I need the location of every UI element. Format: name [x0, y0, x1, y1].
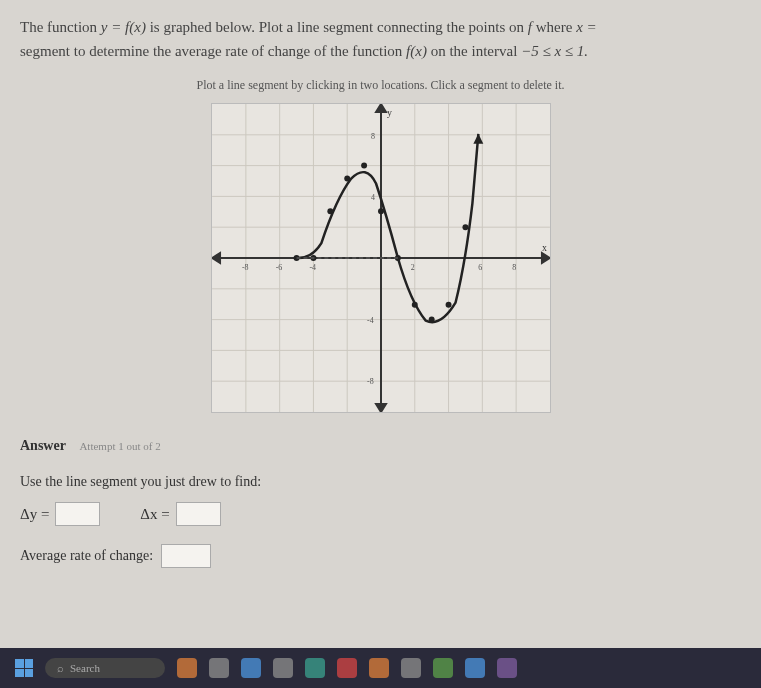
- x-axis-label: x: [541, 242, 546, 253]
- svg-text:8: 8: [512, 263, 516, 272]
- question-text: The function y = f(x) is graphed below. …: [20, 15, 741, 63]
- delta-x-group: Δx =: [140, 502, 220, 526]
- taskbar-app-icon[interactable]: [273, 658, 293, 678]
- taskbar-app-icon[interactable]: [241, 658, 261, 678]
- svg-point-34: [327, 208, 333, 214]
- svg-text:-8: -8: [367, 377, 374, 386]
- taskbar-app-icon[interactable]: [209, 658, 229, 678]
- svg-point-42: [462, 224, 468, 230]
- q-eq-3: f(x): [406, 43, 427, 59]
- find-instruction: Use the line segment you just drew to fi…: [20, 474, 741, 490]
- svg-text:-4: -4: [367, 316, 374, 325]
- delta-y-label: Δy =: [20, 506, 49, 523]
- svg-marker-18: [541, 253, 549, 263]
- q-eq-2: x =: [576, 19, 597, 35]
- taskbar-app-icon[interactable]: [497, 658, 517, 678]
- delta-x-label: Δx =: [140, 506, 169, 523]
- taskbar-app-icon[interactable]: [465, 658, 485, 678]
- taskbar-app-icon[interactable]: [177, 658, 197, 678]
- svg-marker-21: [376, 404, 386, 412]
- delta-y-input[interactable]: [55, 502, 100, 526]
- svg-point-39: [411, 302, 417, 308]
- svg-text:-4: -4: [309, 263, 316, 272]
- windows-taskbar[interactable]: ⌕ Search: [0, 648, 761, 688]
- svg-text:4: 4: [371, 193, 375, 202]
- svg-point-36: [361, 163, 367, 169]
- svg-text:2: 2: [410, 263, 414, 272]
- answer-label: Answer: [20, 438, 66, 453]
- q-text-5: on the interval: [431, 43, 521, 59]
- function-graph[interactable]: x y -8-6 -42 68 84 -4-8: [212, 104, 550, 412]
- plot-instruction: Plot a line segment by clicking in two l…: [20, 78, 741, 93]
- graph-canvas[interactable]: x y -8-6 -42 68 84 -4-8: [211, 103, 551, 413]
- delta-x-input[interactable]: [176, 502, 221, 526]
- q-eq-4: −5 ≤ x ≤ 1.: [521, 43, 588, 59]
- taskbar-search[interactable]: ⌕ Search: [45, 658, 165, 678]
- delta-y-group: Δy =: [20, 502, 100, 526]
- q-fvar: f: [528, 19, 532, 35]
- average-rate-input[interactable]: [161, 544, 211, 568]
- q-text-3: where: [536, 19, 576, 35]
- q-text-1: The function: [20, 19, 101, 35]
- q-eq-1: y = f(x): [101, 19, 146, 35]
- search-icon: ⌕: [57, 662, 64, 674]
- svg-text:-6: -6: [275, 263, 282, 272]
- search-placeholder: Search: [70, 662, 100, 674]
- answer-section: Answer Attempt 1 out of 2: [20, 438, 741, 454]
- y-axis-label: y: [386, 107, 391, 118]
- svg-marker-20: [376, 104, 386, 112]
- delta-inputs-row: Δy = Δx =: [20, 502, 741, 526]
- q-text-4: segment to determine the average rate of…: [20, 43, 406, 59]
- function-curve: [296, 134, 478, 322]
- svg-text:6: 6: [478, 263, 482, 272]
- average-rate-label: Average rate of change:: [20, 548, 153, 564]
- average-rate-row: Average rate of change:: [20, 544, 741, 568]
- taskbar-app-icon[interactable]: [337, 658, 357, 678]
- taskbar-app-icon[interactable]: [305, 658, 325, 678]
- svg-point-40: [428, 317, 434, 323]
- start-button[interactable]: [15, 659, 33, 677]
- taskbar-app-icon[interactable]: [369, 658, 389, 678]
- svg-marker-19: [212, 253, 220, 263]
- svg-point-35: [344, 176, 350, 182]
- taskbar-app-icon[interactable]: [401, 658, 421, 678]
- svg-point-41: [445, 302, 451, 308]
- svg-text:-8: -8: [241, 263, 248, 272]
- svg-text:8: 8: [371, 132, 375, 141]
- taskbar-app-icon[interactable]: [433, 658, 453, 678]
- svg-point-37: [378, 208, 384, 214]
- attempt-counter: Attempt 1 out of 2: [79, 440, 160, 452]
- q-text-2: is graphed below. Plot a line segment co…: [150, 19, 528, 35]
